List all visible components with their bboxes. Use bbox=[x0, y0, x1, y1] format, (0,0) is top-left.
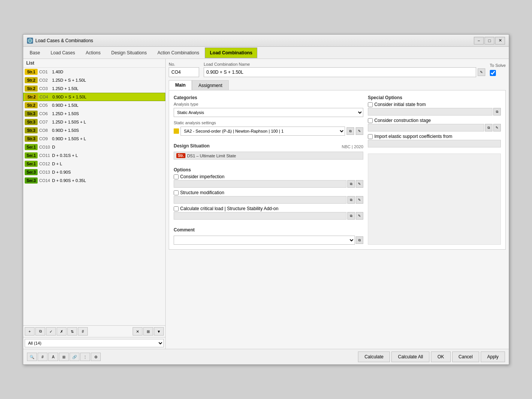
analysis-type-row: Analysis type Static AnalysisDynamic Ana… bbox=[174, 102, 363, 117]
comment-section: Comment ⧉ bbox=[174, 223, 363, 245]
add-button[interactable]: + bbox=[25, 327, 35, 336]
mod-edit-btn[interactable]: ✎ bbox=[356, 196, 363, 204]
list-item[interactable]: Str.2CO31.25D + 1.50L bbox=[23, 84, 165, 93]
calculate-all-button[interactable]: Calculate All bbox=[391, 352, 429, 362]
modification-checkbox[interactable] bbox=[174, 190, 179, 195]
sa-edit-button[interactable]: ✎ bbox=[356, 127, 363, 135]
static-settings-select[interactable]: SA2 - Second-order (P-Δ) | Newton-Raphso… bbox=[180, 127, 345, 136]
cs-edit-btn[interactable]: ✎ bbox=[493, 124, 501, 131]
list-item[interactable]: Str.3CO80.90D + 1.50S bbox=[23, 126, 165, 135]
construction-input-row: ⧉ ✎ bbox=[368, 124, 501, 131]
construction-checkbox[interactable] bbox=[368, 118, 373, 123]
filter-select[interactable]: All (14)ActiveInactive bbox=[25, 339, 164, 347]
item-id: CO4 bbox=[40, 95, 51, 99]
item-formula: 0.90D + 1.50L bbox=[52, 103, 78, 108]
list-item[interactable]: Str.1CO11.40D bbox=[23, 68, 165, 76]
list-item[interactable]: Str.2CO21.25D + S + 1.50L bbox=[23, 76, 165, 84]
ok-button[interactable]: OK bbox=[431, 352, 450, 362]
window-controls: − □ ✕ bbox=[474, 37, 505, 44]
tab-load-combinations[interactable]: Load Combinations bbox=[205, 48, 257, 58]
numbering-button[interactable]: # bbox=[78, 327, 88, 336]
imperfection-row: Consider imperfection bbox=[174, 174, 363, 179]
elastic-input-row bbox=[368, 140, 501, 147]
imp-edit-btn[interactable]: ✎ bbox=[356, 180, 363, 188]
list-item[interactable]: Ser.3CO14D + 0.90S + 0.35L bbox=[23, 176, 165, 185]
list-item[interactable]: Ser.1CO12D + L bbox=[23, 160, 165, 168]
imperfection-checkbox[interactable] bbox=[174, 174, 179, 179]
tab-design-situations[interactable]: Design Situations bbox=[106, 48, 152, 58]
list-item[interactable]: Ser.1CO10D bbox=[23, 143, 165, 151]
calculate-button[interactable]: Calculate bbox=[358, 352, 390, 362]
delete-button[interactable]: ✕ bbox=[133, 327, 142, 336]
copy-button[interactable]: ⧉ bbox=[35, 327, 45, 336]
list-item[interactable]: Str.2CO40.90D + S + 1.50L bbox=[23, 93, 165, 101]
item-badge: Str.2 bbox=[25, 94, 38, 100]
uncheck-button[interactable]: ✗ bbox=[57, 327, 66, 336]
list-item[interactable]: Ser.1CO11D + 0.31S + L bbox=[23, 151, 165, 160]
item-formula: 0.90D + 1.50S + L bbox=[52, 136, 86, 141]
tab-actions[interactable]: Actions bbox=[81, 48, 105, 58]
left-tab-content: Categories Analysis type Static Analysis… bbox=[174, 95, 363, 245]
item-formula: 1.25D + 1.50L bbox=[52, 86, 78, 91]
critical-load-checkbox[interactable] bbox=[174, 206, 179, 211]
item-formula: 1.40D bbox=[52, 70, 63, 74]
item-badge: Ser.1 bbox=[25, 152, 38, 158]
cs-copy-btn[interactable]: ⧉ bbox=[485, 124, 492, 131]
tab-load-cases[interactable]: Load Cases bbox=[46, 48, 80, 58]
comment-copy-btn[interactable]: ⧉ bbox=[356, 236, 363, 244]
imperfection-group: Consider imperfection ⧉ ✎ bbox=[174, 174, 363, 188]
tabs-container: Main Assignment Categories Analysis type… bbox=[169, 80, 506, 250]
critical-load-input-row: ⧉ ✎ bbox=[174, 212, 363, 220]
crit-edit-btn[interactable]: ✎ bbox=[356, 212, 363, 220]
edit-name-button[interactable]: ✎ bbox=[478, 68, 485, 76]
apply-button[interactable]: Apply bbox=[481, 352, 505, 362]
initial-state-checkbox[interactable] bbox=[368, 102, 373, 107]
analysis-type-select[interactable]: Static AnalysisDynamic Analysis bbox=[174, 108, 363, 117]
analysis-type-label: Analysis type bbox=[174, 102, 363, 106]
elastic-checkbox[interactable] bbox=[368, 134, 373, 139]
tab-action-combinations[interactable]: Action Combinations bbox=[152, 48, 204, 58]
minimize-button[interactable]: − bbox=[474, 37, 484, 44]
label-tool-button[interactable]: A bbox=[48, 353, 58, 361]
filter-tool-button[interactable]: ⊞ bbox=[59, 353, 69, 361]
list-item[interactable]: Str.3CO71.25D + 1.50S + L bbox=[23, 118, 165, 126]
options-section: Options Consider imperfection ⧉ bbox=[174, 167, 363, 220]
link-tool-button[interactable]: 🔗 bbox=[70, 353, 79, 361]
close-button[interactable]: ✕ bbox=[495, 37, 505, 44]
tab-main-content: Categories Analysis type Static Analysis… bbox=[169, 90, 506, 250]
name-input[interactable] bbox=[204, 67, 476, 77]
elastic-label: Import elastic support coefficients from bbox=[374, 134, 452, 139]
to-solve-checkbox[interactable] bbox=[490, 70, 496, 76]
tree-tool-button[interactable]: ⋮ bbox=[80, 353, 90, 361]
to-solve-group: To Solve bbox=[490, 63, 506, 76]
imp-copy-btn[interactable]: ⧉ bbox=[347, 180, 355, 188]
modification-input bbox=[174, 196, 347, 204]
item-badge: Ser.3 bbox=[25, 169, 38, 175]
item-badge: Str.3 bbox=[25, 119, 38, 125]
tab-main[interactable]: Main bbox=[169, 80, 192, 90]
tab-base[interactable]: Base bbox=[25, 48, 45, 58]
number-tool-button[interactable]: # bbox=[38, 353, 48, 361]
view-button[interactable]: ⊞ bbox=[143, 327, 153, 336]
left-panel: List Str.1CO11.40DStr.2CO21.25D + S + 1.… bbox=[23, 59, 166, 349]
cancel-button[interactable]: Cancel bbox=[452, 352, 479, 362]
gear-tool-button[interactable]: ⚙ bbox=[91, 353, 101, 361]
check-button[interactable]: ✓ bbox=[46, 327, 56, 336]
list-item[interactable]: Str.3CO90.90D + 1.50S + L bbox=[23, 135, 165, 143]
comment-select[interactable] bbox=[174, 236, 355, 245]
sa-copy-button[interactable]: ⧉ bbox=[347, 127, 354, 135]
dropdown-button[interactable]: ▼ bbox=[154, 327, 164, 336]
crit-copy-btn[interactable]: ⧉ bbox=[347, 212, 355, 220]
no-input[interactable] bbox=[169, 67, 199, 77]
list-item[interactable]: Str.2CO50.90D + 1.50L bbox=[23, 101, 165, 109]
mod-copy-btn[interactable]: ⧉ bbox=[347, 196, 355, 204]
list-item[interactable]: Str.3CO61.25D + 1.50S bbox=[23, 109, 165, 118]
list-item[interactable]: Ser.3CO13D + 0.90S bbox=[23, 168, 165, 176]
sort-button[interactable]: ⇅ bbox=[67, 327, 77, 336]
tab-assignment[interactable]: Assignment bbox=[192, 80, 229, 90]
maximize-button[interactable]: □ bbox=[484, 37, 494, 44]
app-icon bbox=[27, 38, 33, 44]
initial-state-group: Consider initial state from ⧉ bbox=[368, 102, 501, 116]
search-tool-button[interactable]: 🔍 bbox=[27, 353, 37, 361]
is-btn[interactable]: ⧉ bbox=[493, 108, 501, 116]
